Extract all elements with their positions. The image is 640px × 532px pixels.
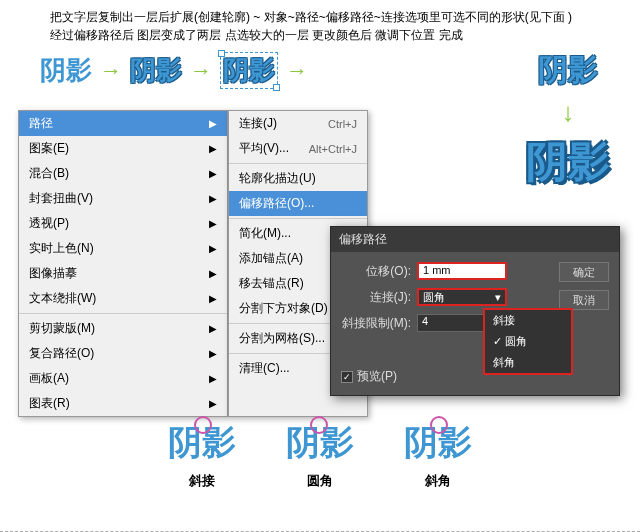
- example-label: 斜角: [425, 472, 451, 490]
- preview-label: 预览(P): [357, 368, 397, 385]
- cancel-button[interactable]: 取消: [559, 290, 609, 310]
- step-2-text: 阴影: [130, 53, 182, 88]
- offset-label: 位移(O):: [341, 263, 411, 280]
- step-1-text: 阴影: [40, 53, 92, 88]
- bottom-examples: 阴影斜接阴影圆角阴影斜角: [0, 420, 640, 490]
- chevron-down-icon: ▾: [495, 291, 501, 304]
- menu-item[interactable]: 轮廓化描边(U): [229, 166, 367, 191]
- submenu-arrow-icon: ▶: [209, 293, 217, 304]
- menu-item[interactable]: 图表(R)▶: [19, 391, 227, 416]
- menu-item[interactable]: 平均(V)...Alt+Ctrl+J: [229, 136, 367, 161]
- ok-button[interactable]: 确定: [559, 262, 609, 282]
- menu-item[interactable]: 透视(P)▶: [19, 211, 227, 236]
- submenu-arrow-icon: ▶: [209, 143, 217, 154]
- highlight-circle-icon: [194, 416, 212, 434]
- step-3-text-selected: 阴影: [220, 52, 278, 89]
- step-4-text: 阴影: [538, 50, 598, 91]
- arrow-icon: →: [286, 58, 308, 84]
- submenu-arrow-icon: ▶: [209, 398, 217, 409]
- menu-item[interactable]: 文本绕排(W)▶: [19, 286, 227, 311]
- menu-item[interactable]: 封套扭曲(V)▶: [19, 186, 227, 211]
- join-label: 连接(J):: [341, 289, 411, 306]
- highlight-circle-icon: [310, 416, 328, 434]
- dialog-title: 偏移路径: [331, 227, 619, 252]
- example-label: 斜接: [189, 472, 215, 490]
- instruction-line-1: 把文字层复制出一层后扩展(创建轮廓) ~ 对象~路径~偏移路径~连接选项里可选不…: [50, 8, 590, 26]
- menu-item[interactable]: 剪切蒙版(M)▶: [19, 316, 227, 341]
- offset-path-dialog: 偏移路径 位移(O): 1 mm 连接(J): 圆角▾ 斜接限制(M): 4 斜…: [330, 226, 620, 396]
- menu-item[interactable]: 混合(B)▶: [19, 161, 227, 186]
- submenu-arrow-icon: ▶: [209, 268, 217, 279]
- submenu-arrow-icon: ▶: [209, 218, 217, 229]
- menu-item[interactable]: 图像描摹▶: [19, 261, 227, 286]
- arrow-icon: →: [100, 58, 122, 84]
- instruction-line-2: 经过偏移路径后 图层变成了两层 点选较大的一层 更改颜色后 微调下位置 完成: [50, 26, 590, 44]
- preview-checkbox[interactable]: ✓: [341, 371, 353, 383]
- join-select[interactable]: 圆角▾: [417, 288, 507, 306]
- submenu-arrow-icon: ▶: [209, 243, 217, 254]
- miter-label: 斜接限制(M):: [341, 315, 411, 332]
- dropdown-item-bevel[interactable]: 斜角: [485, 352, 571, 373]
- join-dropdown: 斜接 圆角 斜角: [483, 308, 573, 375]
- menu-item[interactable]: 实时上色(N)▶: [19, 236, 227, 261]
- step-5-text-final: 阴影: [526, 134, 610, 190]
- dropdown-item-miter[interactable]: 斜接: [485, 310, 571, 331]
- submenu-arrow-icon: ▶: [209, 168, 217, 179]
- submenu-arrow-icon: ▶: [209, 118, 217, 129]
- menu-item[interactable]: 画板(A)▶: [19, 366, 227, 391]
- menu-item[interactable]: 图案(E)▶: [19, 136, 227, 161]
- arrow-down-icon: ↓: [562, 97, 575, 128]
- offset-input[interactable]: 1 mm: [417, 262, 507, 280]
- menu-item[interactable]: 路径▶: [19, 111, 227, 136]
- submenu-arrow-icon: ▶: [209, 373, 217, 384]
- menu-item[interactable]: 复合路径(O)▶: [19, 341, 227, 366]
- menu-item[interactable]: 连接(J)Ctrl+J: [229, 111, 367, 136]
- menu-item[interactable]: 偏移路径(O)...: [229, 191, 367, 216]
- dropdown-item-round[interactable]: 圆角: [485, 331, 571, 352]
- submenu-arrow-icon: ▶: [209, 193, 217, 204]
- submenu-arrow-icon: ▶: [209, 348, 217, 359]
- example-label: 圆角: [307, 472, 333, 490]
- arrow-icon: →: [190, 58, 212, 84]
- submenu-arrow-icon: ▶: [209, 323, 217, 334]
- context-menu-1: 路径▶图案(E)▶混合(B)▶封套扭曲(V)▶透视(P)▶实时上色(N)▶图像描…: [18, 110, 228, 417]
- highlight-circle-icon: [430, 416, 448, 434]
